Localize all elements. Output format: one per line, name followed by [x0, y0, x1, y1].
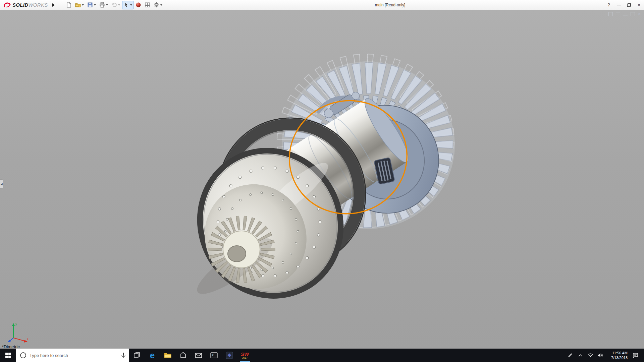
task-view-button[interactable] [129, 349, 145, 362]
triad-x-label: x [27, 337, 29, 341]
child-close-icon[interactable]: × [638, 12, 641, 16]
close-button[interactable]: × [634, 0, 644, 10]
child-maximize-icon[interactable] [631, 12, 635, 16]
titlebar: SOLIDWORKS [0, 0, 644, 10]
brand-solid: SOLID [12, 2, 28, 8]
clock-date: 7/13/2018 [605, 355, 628, 360]
options-gear-icon [154, 2, 159, 8]
save-floppy-icon [87, 2, 93, 8]
undo-button[interactable] [110, 1, 121, 9]
hub-bore [228, 246, 246, 262]
microphone-icon[interactable] [121, 352, 126, 358]
mail-button[interactable] [191, 349, 206, 362]
ds-logo-icon [3, 2, 11, 8]
flyout-arrow-icon [52, 3, 55, 7]
child-minimize-icon[interactable] [623, 13, 628, 15]
edge-icon: e [150, 351, 155, 360]
menu-flyout-button[interactable] [51, 1, 56, 9]
file-explorer-button[interactable] [160, 349, 175, 362]
quick-access-toolbar [65, 1, 164, 9]
open-button[interactable] [74, 1, 85, 9]
windows-taskbar: e >_ SW 2017 [0, 349, 644, 362]
orientation-triad: y x [7, 320, 31, 344]
grid-icon [145, 2, 150, 8]
minimize-button[interactable] [614, 0, 624, 10]
command-prompt-button[interactable]: >_ [206, 349, 222, 362]
pen-tray-button[interactable] [565, 349, 575, 362]
document-title: main [Read-only] [375, 3, 406, 7]
triad-y-label: y [15, 322, 17, 326]
sw-label: SW [241, 352, 249, 357]
cortana-icon [20, 352, 26, 358]
store-icon [180, 352, 186, 359]
start-button[interactable] [0, 349, 16, 362]
select-cursor-icon [123, 2, 129, 8]
grid-view-button[interactable] [143, 1, 152, 9]
engine-3d-model[interactable] [0, 10, 644, 349]
chevron-up-icon [578, 354, 582, 357]
graphics-area[interactable]: × ◀ y x *Dimetric [0, 10, 644, 349]
mail-icon [195, 353, 202, 358]
child-restore2-icon[interactable] [616, 12, 620, 16]
taskbar-clock[interactable]: 11:56 AM 7/13/2018 [605, 351, 629, 360]
solidworks-app-icon: SW 2017 [241, 352, 249, 359]
print-icon [99, 2, 105, 8]
speaker-icon [598, 353, 603, 358]
appearance-sphere-icon [136, 2, 141, 8]
file-explorer-icon [164, 352, 171, 358]
windows-logo-icon [5, 353, 11, 358]
options-button[interactable] [152, 1, 164, 9]
appearance-button[interactable] [134, 1, 143, 9]
volume-button[interactable] [595, 349, 605, 362]
undo-caret-icon[interactable] [118, 4, 120, 6]
pen-icon [568, 353, 573, 358]
help-button[interactable]: ? [604, 0, 614, 10]
wifi-icon [588, 353, 593, 357]
open-caret-icon[interactable] [82, 4, 84, 6]
undo-icon [111, 2, 117, 8]
sw-year: 2017 [241, 357, 249, 359]
action-center-icon [633, 353, 638, 358]
select-caret-icon[interactable] [130, 4, 132, 6]
edge-button[interactable]: e [145, 349, 160, 362]
print-button[interactable] [98, 1, 109, 9]
system-tray: 11:56 AM 7/13/2018 [565, 349, 644, 362]
network-button[interactable] [585, 349, 595, 362]
child-window-controls: × [608, 12, 641, 16]
command-prompt-glyph: >_ [212, 354, 216, 357]
restore-icon [627, 3, 631, 7]
open-folder-icon [75, 2, 81, 8]
brand-works: WORKS [28, 2, 48, 8]
select-button[interactable] [122, 1, 133, 9]
cube-app-icon [226, 352, 233, 359]
hidden-icons-button[interactable] [575, 349, 585, 362]
solidworks-logo: SOLIDWORKS [0, 2, 51, 8]
save-caret-icon[interactable] [94, 4, 96, 6]
save-button[interactable] [86, 1, 97, 9]
store-button[interactable] [175, 349, 191, 362]
cube-app-button[interactable] [222, 349, 237, 362]
print-caret-icon[interactable] [106, 4, 108, 6]
taskbar-search[interactable] [16, 349, 129, 362]
window-controls: ? × [604, 0, 644, 10]
clock-time: 11:56 AM [605, 351, 628, 355]
search-input[interactable] [30, 353, 118, 358]
minimize-icon [617, 5, 621, 5]
solidworks-app-button[interactable]: SW 2017 [237, 349, 253, 362]
options-caret-icon[interactable] [160, 4, 162, 6]
panel-flyout-handle[interactable]: ◀ [0, 179, 3, 189]
child-restore-icon[interactable] [608, 12, 613, 16]
restore-button[interactable] [624, 0, 634, 10]
action-center-button[interactable] [629, 349, 642, 362]
task-view-icon [133, 352, 140, 359]
new-document-icon [66, 2, 72, 8]
new-document-button[interactable] [65, 1, 73, 9]
